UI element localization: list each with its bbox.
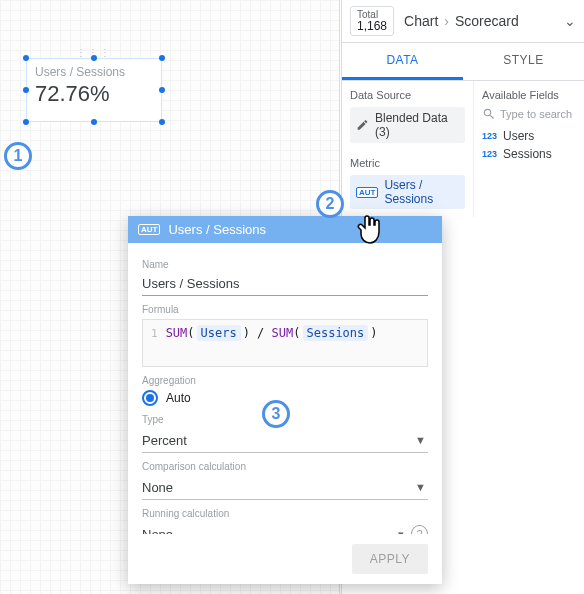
type-select[interactable]	[142, 427, 428, 453]
aggregation-value: Auto	[166, 391, 191, 405]
apply-button[interactable]: APPLY	[352, 544, 428, 574]
metric-label: Metric	[350, 157, 465, 169]
chevron-right-icon: ›	[444, 13, 449, 29]
chevron-down-icon[interactable]: ⌄	[564, 13, 576, 29]
field-search[interactable]: Type to search	[482, 107, 576, 121]
annotation-2: 2	[316, 190, 344, 218]
total-value: 1,168	[357, 20, 387, 33]
scorecard-title: Users / Sessions	[35, 65, 153, 79]
running-label: Running calculation	[142, 508, 428, 519]
scorecard-value: 72.76%	[35, 81, 153, 107]
metric-editor: AUT Users / Sessions Name Formula 1 SUM(…	[128, 216, 442, 584]
breadcrumb[interactable]: Chart › Scorecard	[404, 13, 564, 29]
aggregation-label: Aggregation	[142, 375, 428, 386]
formula-editor[interactable]: 1 SUM(Users) / SUM(Sessions)	[142, 319, 428, 367]
tab-style[interactable]: STYLE	[463, 43, 584, 80]
annotation-3: 3	[262, 400, 290, 428]
tab-data[interactable]: DATA	[342, 43, 463, 80]
comparison-label: Comparison calculation	[142, 461, 428, 472]
formula-label: Formula	[142, 304, 428, 315]
available-fields-label: Available Fields	[482, 89, 576, 101]
metric-chip[interactable]: AUT Users / Sessions	[350, 175, 465, 209]
help-icon[interactable]: ?	[411, 525, 428, 534]
comparison-select[interactable]	[142, 474, 428, 500]
aut-badge: AUT	[356, 187, 378, 198]
data-source-chip[interactable]: Blended Data (3)	[350, 107, 465, 143]
name-input[interactable]	[142, 272, 428, 296]
field-users[interactable]: 123Users	[482, 129, 576, 143]
editor-title: Users / Sessions	[168, 222, 266, 237]
data-source-label: Data Source	[350, 89, 465, 101]
pencil-icon	[356, 118, 369, 132]
aut-badge: AUT	[138, 224, 160, 235]
field-sessions[interactable]: 123Sessions	[482, 147, 576, 161]
annotation-1: 1	[4, 142, 32, 170]
aggregation-auto-radio[interactable]	[142, 390, 158, 406]
name-label: Name	[142, 259, 428, 270]
total-box: Total 1,168	[350, 6, 394, 36]
search-placeholder: Type to search	[500, 108, 572, 120]
scorecard-selected[interactable]: ⋮⋮⋮ Users / Sessions 72.76%	[26, 58, 162, 122]
editor-header[interactable]: AUT Users / Sessions	[128, 216, 442, 243]
running-select[interactable]	[142, 521, 405, 534]
search-icon	[482, 107, 496, 121]
